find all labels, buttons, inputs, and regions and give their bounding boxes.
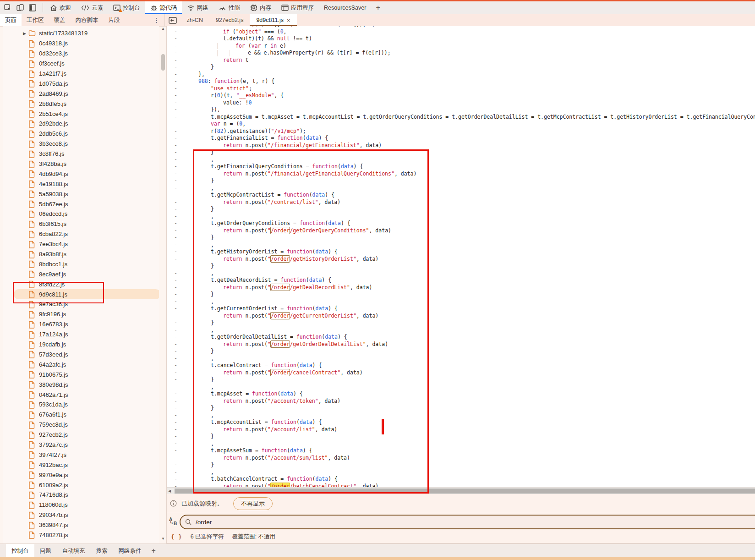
tree-file[interactable]: 1a421f7.js [3,69,159,79]
file-tab-927ecb2[interactable]: 927ecb2.js [209,14,250,26]
tree-file[interactable]: 3792a7c.js [3,440,159,450]
tree-file[interactable]: 61009a2.js [3,480,159,490]
tree-file[interactable]: 1d075da.js [3,78,159,88]
gutter-mark[interactable]: - [174,327,179,334]
pretty-print-icon[interactable]: { } [171,534,182,540]
tree-file[interactable]: 06edccd.js [3,209,159,219]
code-line[interactable]: -} [167,461,755,469]
sidebar-tab-workspace[interactable]: 工作区 [22,14,49,26]
gutter-mark[interactable]: - [174,433,179,440]
horizontal-scrollbar-thumb[interactable] [175,489,755,494]
code-line[interactable]: -t.getOrderQueryConditions = function(da… [167,220,755,227]
tree-file[interactable]: 9d9c811.js [14,289,159,299]
gutter-mark[interactable]: - [174,28,179,36]
gutter-mark[interactable]: - [174,263,179,270]
code-line[interactable]: -for (var r in e) [167,43,755,50]
code-line[interactable]: -988: function(e, t, r) { [167,78,755,85]
tree-file[interactable]: 2b51ce4.js [3,109,159,119]
code-line[interactable]: -} [167,206,755,213]
code-line[interactable]: -t.getFinancialList = function(data) { [167,135,755,142]
gutter-mark[interactable]: - [174,234,179,242]
code-line[interactable]: -return n.post("/order/getDealRecordList… [167,284,755,291]
code-line[interactable]: -value: !0 [167,99,755,107]
tree-file[interactable]: 3b3ece8.js [3,139,159,149]
tree-file[interactable]: 17a124a.js [3,329,159,340]
tree-file[interactable]: 5a59038.js [3,189,159,199]
code-line[interactable]: -return n.post("/order/getHistoryOrderLi… [167,256,755,263]
code-line[interactable]: -return n.post("/order/getOrderDealDetai… [167,341,755,348]
tree-file[interactable]: 64a2afc.js [3,359,159,369]
tree-file[interactable]: 759ec8d.js [3,420,159,430]
tree-file[interactable]: 19cdafb.js [3,340,159,350]
tree-file[interactable]: 3639847.js [3,520,159,530]
gutter-mark[interactable]: - [174,412,179,419]
gutter-mark[interactable]: - [174,106,179,114]
panel-tab-network[interactable]: 网络 [182,1,213,14]
code-line[interactable]: -}), [167,106,755,114]
scroll-up-icon[interactable]: ▲ [160,26,166,32]
gutter-mark[interactable]: - [174,227,179,235]
tree-file[interactable]: 2ddb5c6.js [3,129,159,139]
gutter-mark[interactable]: - [174,341,179,348]
inspect-element-icon[interactable] [4,4,11,12]
tree-file[interactable]: 593c1da.js [3,400,159,410]
gutter-mark[interactable]: - [174,355,179,362]
gutter-mark[interactable]: - [174,291,179,298]
device-toolbar-icon[interactable] [16,4,24,12]
code-line[interactable]: -r(0)(t, "__esModule", { [167,92,755,99]
gutter-mark[interactable]: - [174,170,179,178]
code-line[interactable]: -}, [167,71,755,78]
tree-file[interactable]: 0d32ce3.js [3,49,159,59]
tree-file[interactable]: 91b0675.js [3,369,159,379]
tree-file[interactable]: 2ad8469.js [3,88,159,99]
gutter-mark[interactable]: - [174,149,179,156]
tree-folder[interactable]: ▶ static/1733481319 [3,28,159,38]
gutter-mark[interactable]: - [174,334,179,341]
code-line[interactable]: -return n.post("/financial/getFinancialQ… [167,170,755,178]
code-line[interactable]: -} [167,405,755,412]
drawer-more-button[interactable]: + [147,544,160,558]
code-line[interactable]: -, [167,355,755,362]
sidebar-tab-overrides[interactable]: 覆盖 [49,14,71,26]
gutter-mark[interactable]: - [174,64,179,71]
gutter-mark[interactable]: - [174,319,179,327]
tree-file[interactable]: 8ec9aef.js [3,269,159,279]
tree-file[interactable]: 7480278.js [3,530,159,540]
panel-tab-application[interactable]: 应用程序 [276,1,319,14]
code-line[interactable]: -, [167,412,755,419]
gutter-mark[interactable]: - [174,440,179,448]
tree-file[interactable]: 4912bac.js [3,460,159,470]
tree-file[interactable]: 2b8dfe5.js [3,99,159,109]
gutter-mark[interactable]: - [174,362,179,369]
panel-tab-performance[interactable]: 性能 [213,1,245,14]
code-line[interactable]: -t.mcpAsset = function(data) { [167,390,755,398]
tree-file[interactable]: 8f3fd22.js [3,279,159,289]
scroll-down-icon[interactable]: ▼ [160,536,166,542]
panel-tab-console[interactable]: 控制台 [108,1,145,14]
sidebar-tab-page[interactable]: 页面 [0,14,22,26]
code-line[interactable]: -t.mcpAssetSum = t.mcpAsset = t.mcpAccou… [167,114,755,121]
tree-file[interactable]: 9e7ac36.js [3,299,159,309]
gutter-mark[interactable]: - [174,256,179,263]
more-panels-button[interactable]: + [371,1,384,14]
dismiss-button[interactable]: 不再显示 [233,497,273,510]
dock-side-icon[interactable] [28,4,36,12]
gutter-mark[interactable]: - [174,78,179,85]
gutter-mark[interactable]: - [174,284,179,291]
navigator-menu-icon[interactable]: ⋮ [149,14,164,26]
tree-file[interactable]: 74716d8.js [3,490,159,500]
code-line[interactable]: -} [167,149,755,156]
gutter-mark[interactable]: - [174,447,179,455]
code-line[interactable]: -return t [167,57,755,64]
tree-file[interactable]: 676a6f1.js [3,410,159,420]
sidebar-tab-snippets[interactable]: 片段 [104,14,125,26]
gutter-mark[interactable]: - [174,305,179,313]
code-line[interactable]: -, [167,270,755,277]
code-line[interactable]: -t.cancelContract = function(data) { [167,362,755,369]
file-tab-zh-cn[interactable]: zh-CN [181,14,209,26]
code-line[interactable]: -, [167,384,755,391]
gutter-mark[interactable]: - [174,114,179,121]
gutter-mark[interactable]: - [174,92,179,99]
code-line[interactable]: -t.getDealRecordList = function(data) { [167,277,755,284]
gutter-mark[interactable]: - [174,156,179,164]
